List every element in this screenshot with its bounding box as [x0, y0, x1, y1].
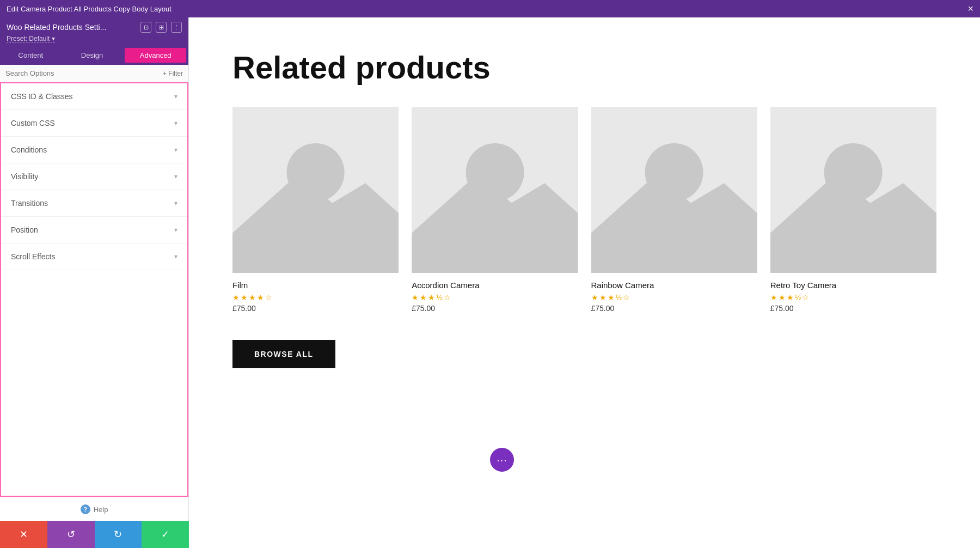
product-card: Film ★★★★☆ £75.00: [232, 107, 399, 313]
left-panel: Woo Related Products Setti... ⊡ ⊞ ⋮ Pres…: [0, 17, 189, 548]
preset-row: Preset: Default ▾: [7, 35, 182, 42]
dots-menu-icon[interactable]: ⋮: [171, 22, 182, 33]
product-stars: ★★★½☆: [770, 293, 936, 302]
product-card: Accordion Camera ★★★½☆ £75.00: [412, 107, 578, 313]
product-name: Rainbow Camera: [591, 281, 757, 290]
product-price: £75.00: [591, 304, 757, 313]
product-price: £75.00: [770, 304, 936, 313]
save-button[interactable]: ✓: [142, 521, 189, 548]
title-bar: Edit Camera Product All Products Copy Bo…: [0, 0, 980, 17]
preset-label[interactable]: Preset: Default ▾: [7, 35, 55, 43]
accordion-scroll-effects: Scroll Effects ▾: [1, 243, 187, 270]
browse-all-button[interactable]: BROWSE ALL: [232, 340, 335, 368]
product-stars: ★★★½☆: [412, 293, 578, 302]
dots-icon: ···: [497, 454, 507, 466]
chevron-down-icon: ▾: [174, 199, 177, 207]
main-layout: Woo Related Products Setti... ⊡ ⊞ ⋮ Pres…: [0, 17, 980, 548]
right-content: Related products Film ★★★★☆ £75.00 Accor…: [189, 17, 980, 548]
module-title-row: Woo Related Products Setti... ⊡ ⊞ ⋮: [7, 22, 182, 33]
undo-button[interactable]: ↺: [47, 521, 95, 548]
chevron-down-icon: ▾: [174, 93, 177, 100]
accordion-visibility: Visibility ▾: [1, 163, 187, 190]
product-card: Retro Toy Camera ★★★½☆ £75.00: [770, 107, 936, 313]
product-name: Retro Toy Camera: [770, 281, 936, 290]
page-title: Related products: [232, 50, 936, 85]
accordion-header-scroll-effects[interactable]: Scroll Effects ▾: [1, 243, 187, 270]
accordion-header-visibility[interactable]: Visibility ▾: [1, 163, 187, 190]
chevron-down-icon: ▾: [174, 173, 177, 180]
panel-header: Woo Related Products Setti... ⊡ ⊞ ⋮ Pres…: [0, 17, 188, 46]
chevron-down-icon: ▾: [174, 119, 177, 127]
accordion-header-conditions[interactable]: Conditions ▾: [1, 137, 187, 163]
tabs-row: Content Design Advanced: [0, 46, 188, 65]
product-image: [770, 107, 936, 273]
chevron-down-icon: ▾: [174, 253, 177, 260]
product-stars: ★★★½☆: [591, 293, 757, 302]
accordion-header-position[interactable]: Position ▾: [1, 217, 187, 243]
product-price: £75.00: [412, 304, 578, 313]
responsive-icon[interactable]: ⊡: [140, 22, 151, 33]
product-image: [232, 107, 399, 273]
accordion-header-transitions[interactable]: Transitions ▾: [1, 190, 187, 216]
redo-button[interactable]: ↻: [95, 521, 142, 548]
product-image: [412, 107, 578, 273]
accordion-transitions: Transitions ▾: [1, 190, 187, 217]
accordion-header-custom-css[interactable]: Custom CSS ▾: [1, 110, 187, 136]
tab-advanced[interactable]: Advanced: [125, 48, 186, 63]
chevron-down-icon: ▾: [174, 226, 177, 234]
bottom-toolbar: ✕ ↺ ↻ ✓: [0, 521, 189, 548]
accordion-wrapper: CSS ID & Classes ▾ Custom CSS ▾ Conditio…: [0, 82, 188, 497]
cancel-button[interactable]: ✕: [0, 521, 47, 548]
search-input[interactable]: [5, 69, 163, 77]
filter-button[interactable]: + Filter: [163, 70, 183, 77]
product-name: Accordion Camera: [412, 281, 578, 290]
module-title-icons: ⊡ ⊞ ⋮: [140, 22, 182, 33]
product-name: Film: [232, 281, 399, 290]
help-icon: ?: [81, 504, 90, 514]
grid-icon[interactable]: ⊞: [156, 22, 167, 33]
accordion-custom-css: Custom CSS ▾: [1, 110, 187, 137]
help-row: ? Help: [0, 497, 188, 521]
accordion-position: Position ▾: [1, 217, 187, 243]
product-stars: ★★★★☆: [232, 293, 399, 302]
product-card: Rainbow Camera ★★★½☆ £75.00: [591, 107, 757, 313]
accordion-header-css-id[interactable]: CSS ID & Classes ▾: [1, 83, 187, 109]
accordion-css-id: CSS ID & Classes ▾: [1, 83, 187, 110]
tab-design[interactable]: Design: [62, 46, 123, 65]
chevron-down-icon: ▾: [174, 146, 177, 154]
close-icon[interactable]: ×: [967, 4, 973, 14]
search-row: + Filter: [0, 65, 188, 82]
title-text: Edit Camera Product All Products Copy Bo…: [7, 5, 171, 13]
module-title: Woo Related Products Setti...: [7, 23, 106, 32]
accordion-conditions: Conditions ▾: [1, 137, 187, 163]
help-button[interactable]: ? Help: [81, 504, 108, 514]
products-grid: Film ★★★★☆ £75.00 Accordion Camera ★★★½☆…: [232, 107, 936, 313]
product-image: [591, 107, 757, 273]
tab-content[interactable]: Content: [0, 46, 62, 65]
product-price: £75.00: [232, 304, 399, 313]
floating-dot-menu[interactable]: ···: [490, 448, 514, 472]
